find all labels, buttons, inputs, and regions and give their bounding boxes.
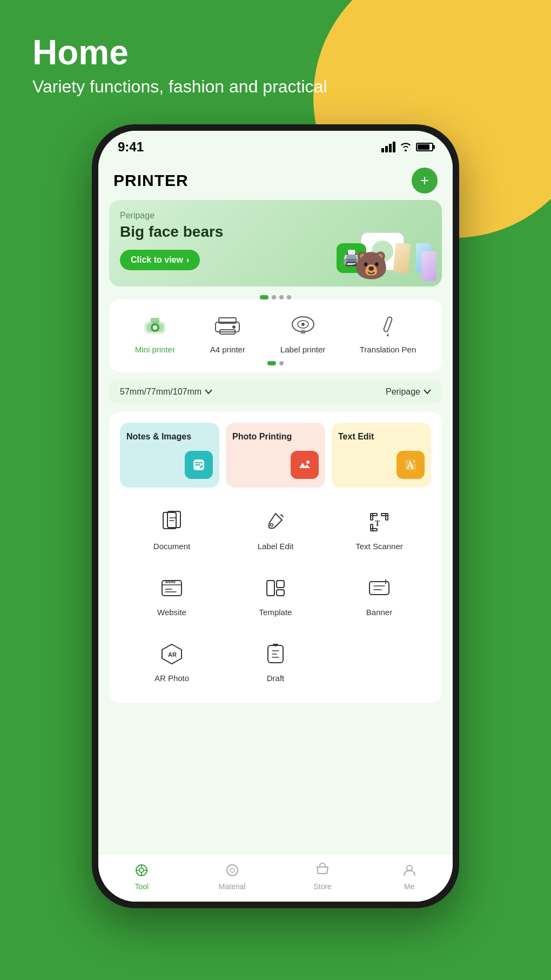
svg-rect-4 <box>151 318 159 323</box>
header-section: Home Variety functions, fashion and prac… <box>32 32 327 97</box>
nav-tool[interactable]: Tool <box>132 861 151 891</box>
a4-printer-label: A4 printer <box>210 345 245 355</box>
ar-photo-icon: AR <box>157 639 187 669</box>
svg-point-23 <box>271 524 273 526</box>
bear-icon: 🐻 <box>354 250 388 281</box>
photo-printing-title: Photo Printing <box>232 431 319 442</box>
material-nav-icon <box>223 861 242 880</box>
material-nav-label: Material <box>219 882 246 891</box>
app-title: PRINTER <box>113 171 189 190</box>
me-nav-label: Me <box>404 882 414 891</box>
svg-text:www: www <box>165 579 176 584</box>
phone-scroll[interactable]: PRINTER + Peripage Big face bears Click … <box>98 159 453 854</box>
document-icon <box>157 507 187 537</box>
device-translation-pen[interactable]: Translation Pen <box>360 310 416 355</box>
svg-point-40 <box>139 868 144 872</box>
device-a4-printer[interactable]: A4 printer <box>209 310 246 355</box>
banner-dots <box>98 295 453 299</box>
photo-printing-icon <box>291 451 319 479</box>
device-label-printer[interactable]: Label printer <box>280 310 325 355</box>
svg-marker-14 <box>387 333 389 336</box>
banner[interactable]: Peripage Big face bears Click to view › <box>109 200 442 286</box>
nav-me[interactable]: Me <box>400 861 419 891</box>
func-text-scanner[interactable]: T Text Scanner <box>327 498 431 560</box>
tool-nav-label: Tool <box>135 882 149 891</box>
dev-dot-2 <box>279 361 284 365</box>
func-template[interactable]: Template <box>224 564 327 626</box>
feature-photo-printing[interactable]: Photo Printing <box>226 423 325 488</box>
func-ar-photo[interactable]: AR AR Photo <box>120 630 224 692</box>
svg-rect-33 <box>267 581 274 596</box>
svg-point-3 <box>153 325 157 330</box>
filter-brand[interactable]: Peripage <box>386 387 431 397</box>
text-scanner-label: Text Scanner <box>355 542 403 551</box>
functions-section: Notes & Images Photo Printing <box>109 412 442 703</box>
notes-images-title: Notes & Images <box>126 431 213 442</box>
svg-rect-29 <box>371 524 373 531</box>
svg-rect-27 <box>386 514 388 520</box>
mini-printer-label: Mini printer <box>135 345 175 355</box>
svg-point-16 <box>306 461 310 464</box>
label-printer-icon <box>285 310 321 341</box>
phone-outer: 9:41 <box>92 124 459 908</box>
bottom-nav: Tool Material <box>98 854 453 902</box>
svg-point-41 <box>227 865 238 876</box>
feature-cards: Notes & Images Photo Printing <box>120 423 431 488</box>
feature-notes-images[interactable]: Notes & Images <box>120 423 219 488</box>
feature-text-edit[interactable]: Text Edit A T <box>332 423 431 488</box>
func-banner[interactable]: Banner <box>327 564 431 626</box>
svg-rect-12 <box>301 330 305 334</box>
ar-photo-label: AR Photo <box>154 674 189 683</box>
template-icon <box>260 573 291 603</box>
phone-frame: 9:41 <box>92 124 459 908</box>
dot-3 <box>279 295 284 299</box>
device-dots <box>109 361 442 365</box>
chevron-down-icon <box>205 389 212 395</box>
svg-rect-25 <box>371 514 373 520</box>
svg-text:T: T <box>375 519 380 528</box>
svg-rect-34 <box>277 581 284 588</box>
status-time: 9:41 <box>118 139 144 155</box>
template-label: Template <box>259 608 292 617</box>
draft-label: Draft <box>267 674 285 683</box>
svg-point-8 <box>232 325 236 329</box>
label-printer-label: Label printer <box>280 345 325 355</box>
notes-images-icon <box>185 451 213 479</box>
draft-icon <box>260 639 291 669</box>
tool-nav-icon <box>132 861 151 880</box>
func-document[interactable]: Document <box>120 498 224 560</box>
svg-point-11 <box>301 323 305 326</box>
page-subtitle: Variety functions, fashion and practical <box>32 77 327 97</box>
add-button[interactable]: + <box>412 168 438 194</box>
store-nav-label: Store <box>313 882 331 891</box>
dev-dot-1 <box>267 361 276 365</box>
signal-icon <box>381 142 395 152</box>
svg-rect-35 <box>277 590 284 596</box>
filter-bar[interactable]: 57mm/77mm/107mm Peripage <box>109 381 442 403</box>
text-edit-icon: A T <box>397 451 425 479</box>
device-section: Mini printer A4 pri <box>109 299 442 372</box>
battery-icon <box>416 143 433 151</box>
banner-cta-button[interactable]: Click to view › <box>120 250 200 270</box>
document-label: Document <box>153 542 190 551</box>
banner-func-icon <box>364 573 394 603</box>
nav-material[interactable]: Material <box>219 861 246 891</box>
filter-size[interactable]: 57mm/77mm/107mm <box>120 387 212 397</box>
func-label-edit[interactable]: Label Edit <box>224 498 327 560</box>
svg-rect-22 <box>167 511 180 528</box>
label-edit-icon <box>260 507 291 537</box>
website-label: Website <box>157 608 186 617</box>
svg-text:T: T <box>413 459 415 464</box>
device-mini-printer[interactable]: Mini printer <box>135 310 175 355</box>
me-nav-icon <box>400 861 419 880</box>
func-draft[interactable]: Draft <box>224 630 327 692</box>
store-nav-icon <box>313 861 332 880</box>
banner-brand: Peripage <box>120 211 431 221</box>
svg-rect-13 <box>383 316 392 332</box>
nav-store[interactable]: Store <box>313 861 332 891</box>
website-icon: www <box>157 573 187 603</box>
banner-func-label: Banner <box>366 608 392 617</box>
func-website[interactable]: www Website <box>120 564 224 626</box>
translation-pen-icon <box>369 310 406 341</box>
svg-point-42 <box>230 868 234 872</box>
